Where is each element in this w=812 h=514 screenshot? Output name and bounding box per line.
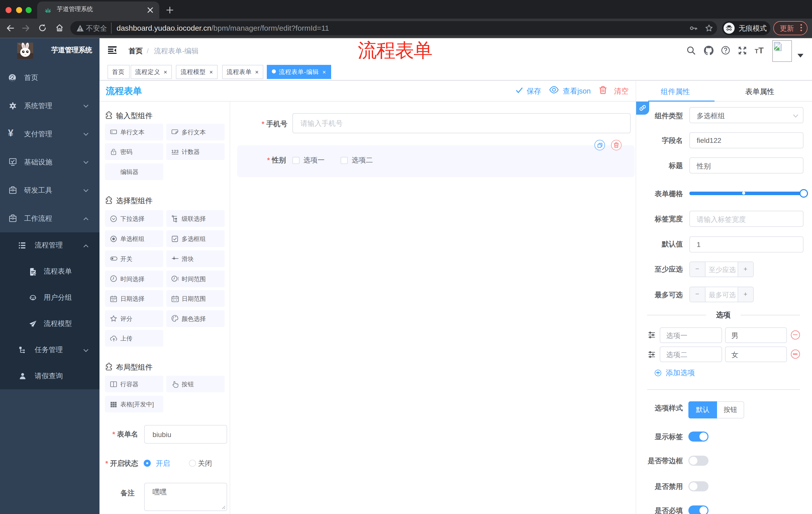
svg-text:123: 123: [171, 149, 178, 154]
